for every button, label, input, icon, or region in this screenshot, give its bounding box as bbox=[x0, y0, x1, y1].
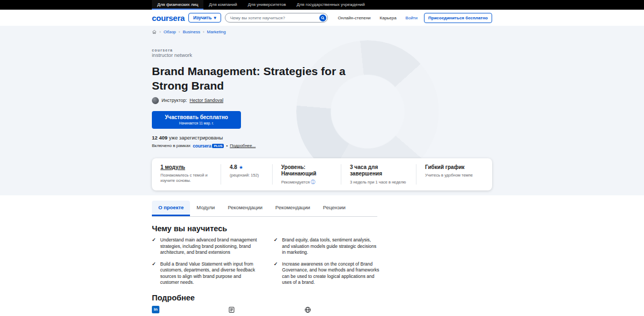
coursera-plus-wordmark: coursera bbox=[193, 143, 211, 149]
schedule-title: Гибкий график bbox=[425, 164, 476, 171]
stat-level: Уровень: Начинающий Рекомендуется ⓘ bbox=[272, 164, 341, 185]
enrolled-count-line: 12 409 уже зарегистрированы bbox=[152, 135, 492, 141]
join-free-button[interactable]: Присоединиться бесплатно bbox=[424, 13, 492, 23]
breadcrumb-separator: › bbox=[159, 30, 161, 34]
login-link[interactable]: Войти bbox=[406, 16, 418, 20]
instructor-avatar bbox=[152, 97, 159, 104]
chevron-down-icon: ▾ bbox=[214, 15, 216, 20]
stat-schedule: Гибкий график Учитесь в удобном темпе bbox=[416, 164, 485, 185]
learn-item: ✓ Brand equity, data tools, sentiment an… bbox=[274, 237, 379, 256]
course-stats-card: 1 модуль Познакомьтесь с темой и изучите… bbox=[152, 158, 492, 191]
search-bar bbox=[225, 13, 328, 23]
breadcrumb-browse[interactable]: Обзор bbox=[164, 30, 176, 34]
linkedin-icon: in bbox=[152, 306, 159, 313]
check-icon: ✓ bbox=[274, 261, 278, 286]
stat-rating: 4.8 ★ (рецензий: 152) bbox=[221, 164, 272, 185]
enroll-button-title: Участвовать бесплатно bbox=[154, 114, 239, 120]
assignments-icon bbox=[228, 306, 235, 313]
tab-about[interactable]: О проекте bbox=[152, 201, 190, 216]
coursera-plus-line: Включено в рамках coursera PLUS • Подроб… bbox=[152, 143, 492, 149]
breadcrumb-business[interactable]: Business bbox=[182, 30, 200, 34]
nav-careers[interactable]: Карьера bbox=[380, 16, 397, 20]
instructor-name-link[interactable]: Hector Sandoval bbox=[189, 98, 223, 103]
learn-more-link[interactable]: Подробнее... bbox=[230, 143, 255, 148]
breadcrumb-separator: › bbox=[203, 30, 204, 34]
topbar-tab-governments[interactable]: Для государственных учреждений bbox=[291, 0, 370, 10]
coursera-plus-logo: coursera PLUS bbox=[193, 143, 224, 149]
instructor-label: Инструктор: bbox=[162, 98, 187, 103]
details-row: in Сертификат, ссылками на который можно… bbox=[152, 306, 399, 316]
learn-section-heading: Чему вы научитесь bbox=[152, 224, 492, 233]
hero-section: › Обзор › Business › Marketing coursera … bbox=[0, 26, 644, 195]
enrolled-suffix: уже зарегистрированы bbox=[169, 135, 223, 141]
star-icon: ★ bbox=[239, 165, 243, 170]
partner-logo-line2: instructor network bbox=[152, 53, 492, 58]
learn-item-text: Brand equity, data tools, sentiment anal… bbox=[282, 237, 379, 256]
learn-outcomes-grid: ✓ Understand main advanced brand managem… bbox=[152, 237, 379, 286]
check-icon: ✓ bbox=[152, 237, 156, 256]
tab-reviews[interactable]: Рецензии bbox=[317, 201, 352, 216]
explore-button[interactable]: Изучить ▾ bbox=[188, 13, 221, 23]
check-icon: ✓ bbox=[274, 237, 278, 256]
globe-icon bbox=[304, 306, 311, 313]
plus-badge: PLUS bbox=[212, 144, 224, 148]
duration-subtitle: 3 недель при 1 часе в неделю bbox=[350, 180, 407, 185]
included-prefix: Включено в рамках bbox=[152, 143, 191, 148]
topbar-tab-businesses[interactable]: Для компаний bbox=[203, 0, 242, 10]
detail-language: Язык преподавания: Английский bbox=[304, 306, 399, 316]
search-input[interactable] bbox=[230, 16, 320, 20]
schedule-subtitle: Учитесь в удобном темпе bbox=[425, 173, 476, 178]
partner-logo-line1: coursera bbox=[152, 48, 492, 53]
breadcrumb: › Обзор › Business › Marketing bbox=[152, 26, 492, 34]
instructor-row: Инструктор: Hector Sandoval bbox=[152, 97, 492, 104]
stat-duration: 3 часа для завершения 3 недель при 1 час… bbox=[341, 164, 416, 185]
learn-item-text: Increase awareness on the concept of Bra… bbox=[282, 261, 379, 286]
topbar-tab-individuals[interactable]: Для физических лиц bbox=[152, 0, 203, 10]
bullet-separator: • bbox=[226, 143, 228, 148]
duration-title: 3 часа для завершения bbox=[350, 164, 407, 178]
detail-assignments: Задания 1 задание bbox=[228, 306, 304, 316]
course-title: Brand Management: Strategies for a Stron… bbox=[152, 64, 367, 93]
topbar-tab-universities[interactable]: Для университетов bbox=[243, 0, 291, 10]
enroll-free-button[interactable]: Участвовать бесплатно Начинается 11 мар.… bbox=[152, 111, 241, 129]
learn-item: ✓ Build a Brand Value Statement with inp… bbox=[152, 261, 258, 286]
learn-item: ✓ Increase awareness on the concept of B… bbox=[274, 261, 379, 286]
breadcrumb-separator: › bbox=[179, 30, 180, 34]
reviews-count: (рецензий: 152) bbox=[230, 173, 264, 178]
detail-certificate: in Сертификат, ссылками на который можно… bbox=[152, 306, 228, 316]
tab-recommendations-2[interactable]: Рекомендации bbox=[269, 201, 317, 216]
audience-topbar: Для физических лиц Для компаний Для унив… bbox=[0, 0, 644, 10]
learn-item-text: Build a Brand Value Statement with input… bbox=[160, 261, 258, 286]
breadcrumb-marketing[interactable]: Marketing bbox=[207, 30, 226, 34]
tab-recommendations-1[interactable]: Рекомендации bbox=[221, 201, 269, 216]
partner-logo: coursera instructor network bbox=[152, 48, 492, 58]
search-icon bbox=[321, 16, 325, 20]
enroll-button-subtitle: Начинается 11 мар. г. bbox=[154, 121, 239, 125]
level-title: Уровень: Начинающий bbox=[281, 164, 332, 178]
rating-value: 4.8 bbox=[230, 164, 237, 171]
course-tabs: О проекте Модули Рекомендации Рекомендац… bbox=[152, 201, 377, 217]
level-subtitle: Рекомендуется bbox=[281, 180, 310, 185]
learn-item-text: Understand main advanced brand managemen… bbox=[160, 237, 258, 256]
stat-modules: 1 модуль Познакомьтесь с темой и изучите… bbox=[152, 164, 221, 185]
modules-subtitle: Познакомьтесь с темой и изучите основы. bbox=[160, 173, 212, 183]
search-button[interactable] bbox=[319, 14, 326, 21]
enrolled-count: 12 409 bbox=[152, 135, 167, 141]
info-icon[interactable]: ⓘ bbox=[311, 180, 315, 185]
check-icon: ✓ bbox=[152, 261, 156, 286]
main-header: coursera Изучить ▾ Онлайн-степени Карьер… bbox=[0, 10, 644, 26]
nav-online-degrees[interactable]: Онлайн-степени bbox=[338, 16, 371, 20]
learn-item: ✓ Understand main advanced brand managem… bbox=[152, 237, 258, 256]
explore-label: Изучить bbox=[193, 15, 211, 20]
coursera-logo[interactable]: coursera bbox=[152, 13, 185, 23]
tab-modules[interactable]: Модули bbox=[190, 201, 221, 216]
main-content: О проекте Модули Рекомендации Рекомендац… bbox=[152, 201, 492, 316]
home-icon[interactable] bbox=[152, 30, 157, 34]
modules-link[interactable]: 1 модуль bbox=[160, 164, 212, 171]
details-section-heading: Подробнее bbox=[152, 293, 492, 302]
